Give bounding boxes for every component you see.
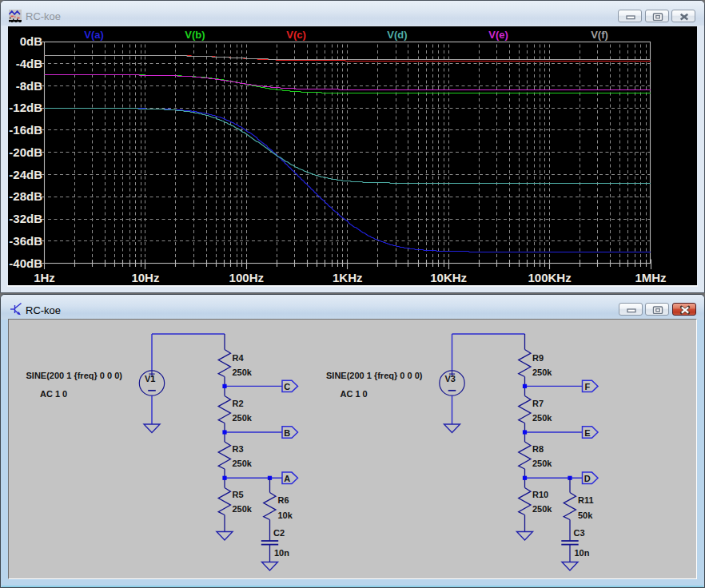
svg-text:10n: 10n	[274, 548, 289, 558]
svg-text:F: F	[584, 382, 590, 391]
svg-text:R6: R6	[278, 495, 289, 505]
svg-text:100Hz: 100Hz	[229, 271, 264, 284]
svg-text:R2: R2	[233, 399, 244, 408]
svg-text:R4: R4	[233, 353, 245, 363]
svg-text:-28dB: -28dB	[9, 189, 42, 203]
svg-text:V(d): V(d)	[387, 29, 407, 41]
svg-text:R11: R11	[578, 495, 594, 505]
svg-text:C: C	[284, 382, 290, 391]
svg-text:E: E	[584, 428, 590, 438]
svg-text:V(e): V(e)	[488, 29, 508, 41]
svg-text:AC 1 0: AC 1 0	[40, 389, 67, 399]
svg-text:C2: C2	[273, 528, 285, 538]
svg-text:250k: 250k	[233, 368, 253, 377]
svg-text:1KHz: 1KHz	[333, 271, 363, 284]
svg-text:1MHz: 1MHz	[635, 271, 666, 284]
svg-text:10k: 10k	[278, 511, 293, 520]
svg-text:50k: 50k	[578, 511, 593, 520]
svg-text:0dB: 0dB	[20, 34, 43, 48]
svg-text:V3: V3	[445, 374, 456, 383]
svg-text:V(f): V(f)	[591, 29, 608, 41]
svg-text:-12dB: -12dB	[9, 101, 42, 114]
svg-text:C3: C3	[574, 528, 585, 538]
svg-text:V(b): V(b)	[185, 29, 205, 41]
svg-text:250k: 250k	[532, 504, 552, 514]
svg-text:V1: V1	[145, 374, 155, 383]
svg-text:A: A	[284, 474, 290, 483]
svg-text:R10: R10	[532, 490, 548, 499]
svg-text:250k: 250k	[233, 413, 253, 423]
svg-text:250k: 250k	[532, 413, 552, 423]
svg-text:10KHz: 10KHz	[430, 271, 467, 284]
svg-text:SINE(200 1 {freq} 0 0 0): SINE(200 1 {freq} 0 0 0)	[26, 371, 123, 380]
svg-text:250k: 250k	[233, 504, 253, 514]
svg-text:-32dB: -32dB	[9, 212, 42, 225]
svg-text:D: D	[584, 474, 591, 483]
svg-text:SINE(200 1 {freq} 0 0 0): SINE(200 1 {freq} 0 0 0)	[326, 371, 423, 380]
svg-text:R5: R5	[233, 490, 244, 499]
svg-text:-16dB: -16dB	[9, 123, 42, 137]
svg-text:R7: R7	[532, 399, 544, 408]
svg-text:250k: 250k	[532, 459, 552, 468]
svg-text:AC 1 0: AC 1 0	[341, 389, 368, 399]
svg-text:R9: R9	[532, 353, 544, 363]
svg-text:-24dB: -24dB	[9, 168, 42, 181]
svg-text:10n: 10n	[575, 548, 590, 558]
svg-text:R8: R8	[532, 444, 544, 454]
svg-text:1Hz: 1Hz	[34, 271, 55, 284]
svg-text:-4dB: -4dB	[16, 57, 43, 70]
svg-text:250k: 250k	[233, 459, 253, 468]
svg-text:R3: R3	[233, 444, 244, 454]
svg-text:-20dB: -20dB	[9, 145, 42, 159]
svg-text:V(a): V(a)	[84, 29, 104, 41]
svg-text:-36dB: -36dB	[9, 234, 42, 248]
svg-text:-8dB: -8dB	[16, 79, 43, 93]
svg-text:250k: 250k	[532, 368, 552, 377]
svg-text:100KHz: 100KHz	[528, 271, 571, 284]
svg-text:B: B	[284, 428, 290, 438]
svg-text:10Hz: 10Hz	[131, 271, 159, 284]
svg-text:-40dB: -40dB	[9, 256, 42, 270]
svg-text:V(c): V(c)	[286, 29, 306, 41]
